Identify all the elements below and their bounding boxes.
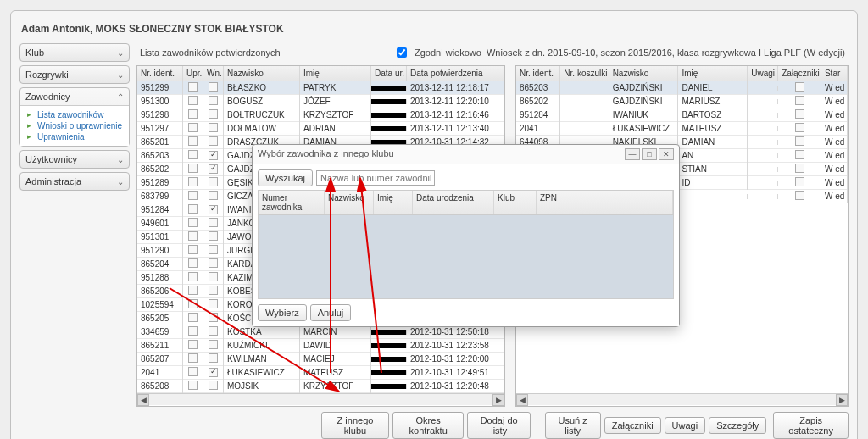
zgodni-label: Zgodni wiekowo — [415, 47, 481, 58]
col-header[interactable]: Nr. ident. — [137, 66, 183, 81]
col-header[interactable]: Imię — [678, 66, 748, 81]
nav-uprawnienia[interactable]: Uprawnienia — [25, 131, 124, 142]
sidebar-label: Użytkownicy — [25, 154, 77, 164]
sidebar-item-rozgrywki[interactable]: Rozgrywki⌄ — [19, 65, 130, 84]
modal-col-header[interactable]: Numer zawodnika — [259, 191, 325, 214]
col-header[interactable]: Uwagi — [748, 66, 778, 81]
wniosek-info: Wniosek z dn. 2015-09-10, sezon 2015/201… — [487, 47, 845, 58]
modal-col-header[interactable]: Imię — [374, 191, 413, 214]
col-header[interactable]: Upr. — [183, 66, 203, 81]
okres-kontraktu-button[interactable]: Okres kontraktu — [392, 412, 464, 439]
zapis-ostateczny-button[interactable]: Zapis ostateczny — [773, 412, 849, 439]
right-scrollbar[interactable]: ◀ ▶ — [516, 393, 848, 405]
z-innego-klubu-button[interactable]: Z innego klubu — [321, 412, 389, 439]
usun-z-listy-button[interactable]: Usuń z listy — [545, 412, 601, 439]
scroll-right-icon[interactable]: ▶ — [836, 394, 848, 406]
sidebar-item-klub[interactable]: Klub⌄ — [19, 43, 130, 62]
sidebar-label: Administracja — [25, 176, 81, 186]
chevron-down-icon: ⌄ — [117, 48, 124, 58]
chevron-down-icon: ⌄ — [117, 155, 124, 164]
sidebar-label: Zawodnicy — [25, 92, 70, 102]
modal-col-header[interactable]: Klub — [494, 191, 537, 214]
sidebar-item-administracja[interactable]: Administracja⌄ — [19, 172, 130, 191]
modal-col-header[interactable]: Data urodzenia — [413, 191, 494, 214]
wybor-zawodnika-modal: Wybór zawodnika z innego klubu — □ ✕ Wys… — [252, 144, 680, 327]
sidebar-label: Klub — [25, 47, 44, 58]
szczegoly-button[interactable]: Szczegóły — [709, 417, 766, 434]
col-header[interactable]: Załączniki — [778, 66, 821, 81]
scroll-left-icon[interactable]: ◀ — [137, 394, 149, 406]
zalaczniki-button[interactable]: Załączniki — [604, 417, 661, 434]
modal-col-header[interactable]: ZPN — [537, 191, 673, 214]
modal-col-header[interactable]: Nazwisko — [325, 191, 374, 214]
minimize-icon[interactable]: — — [625, 148, 640, 160]
sidebar-item-uzytkownicy[interactable]: Użytkownicy⌄ — [19, 150, 130, 169]
chevron-up-icon: ⌃ — [117, 92, 124, 102]
search-input[interactable] — [316, 170, 435, 186]
col-header[interactable]: Data ur. — [371, 66, 407, 81]
sidebar: Klub⌄ Rozgrywki⌄ Zawodnicy⌃ Lista zawodn… — [19, 43, 130, 439]
page-title: Adam Antonik, MOKS SŁONECZNY STOK BIAŁYS… — [19, 19, 849, 43]
anuluj-button[interactable]: Anuluj — [310, 304, 352, 321]
nav-lista-zawodnikow[interactable]: Lista zawodników — [25, 109, 124, 120]
chevron-down-icon: ⌄ — [117, 70, 124, 80]
col-header[interactable]: Nazwisko — [224, 66, 300, 81]
modal-grid-body — [258, 214, 674, 299]
dodaj-do-listy-button[interactable]: Dodaj do listy — [467, 412, 531, 439]
wyszukaj-button[interactable]: Wyszukaj — [258, 169, 313, 186]
uwagi-button[interactable]: Uwagi — [665, 417, 706, 434]
col-header[interactable]: Nr. koszulki — [560, 66, 609, 81]
col-header[interactable]: Imię — [300, 66, 371, 81]
scroll-right-icon[interactable]: ▶ — [492, 394, 504, 406]
col-header[interactable]: Star — [821, 66, 848, 81]
sidebar-label: Rozgrywki — [25, 69, 69, 80]
close-icon[interactable]: ✕ — [659, 148, 674, 160]
wybierz-button[interactable]: Wybierz — [258, 304, 307, 321]
col-header[interactable]: Wn. — [203, 66, 224, 81]
maximize-icon[interactable]: □ — [642, 148, 657, 160]
col-header[interactable]: Data potwierdzenia — [407, 66, 504, 81]
col-header[interactable]: Nazwisko — [609, 66, 679, 81]
sidebar-item-zawodnicy[interactable]: Zawodnicy⌃ Lista zawodników Wnioski o up… — [19, 87, 130, 147]
list-title: Lista zawodników potwierdzonych — [140, 47, 281, 58]
table-row[interactable]: 865208MOJSIKKRZYSZTOF2012-10-31 12:20:48 — [137, 380, 504, 393]
chevron-down-icon: ⌄ — [117, 177, 124, 186]
scroll-left-icon[interactable]: ◀ — [516, 394, 528, 406]
modal-title: Wybór zawodnika z innego klubu — [258, 148, 394, 160]
zgodni-checkbox[interactable] — [397, 47, 407, 58]
col-header[interactable]: Nr. ident. — [516, 66, 560, 81]
left-scrollbar[interactable]: ◀ ▶ — [137, 393, 504, 405]
nav-wnioski[interactable]: Wnioski o uprawnienie — [25, 120, 124, 131]
